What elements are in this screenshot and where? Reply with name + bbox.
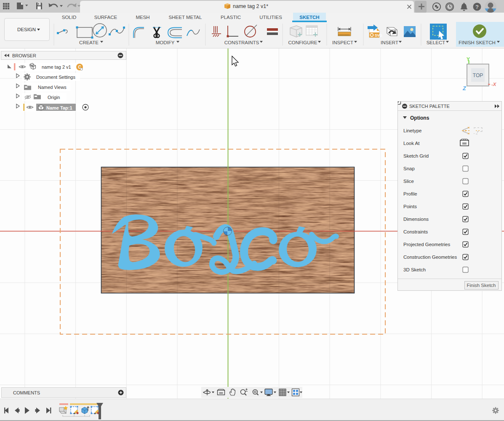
svg-text:SKETCH: SKETCH — [299, 15, 319, 20]
svg-text:Points: Points — [403, 204, 417, 209]
svg-text:Sketch Grid: Sketch Grid — [403, 153, 429, 158]
svg-text:name tag 2 v1: name tag 2 v1 — [42, 64, 71, 70]
svg-text:INSPECT: INSPECT — [332, 40, 353, 45]
svg-text:Named Views: Named Views — [38, 85, 67, 90]
svg-text:Slice: Slice — [403, 179, 414, 184]
svg-text:SKETCH PALETTE: SKETCH PALETTE — [409, 104, 450, 109]
svg-text:PLASTIC: PLASTIC — [221, 15, 241, 20]
svg-text:Dimensions: Dimensions — [403, 217, 429, 222]
svg-text:Name Tap:1: Name Tap:1 — [46, 105, 72, 110]
svg-text:Options: Options — [410, 115, 429, 121]
svg-text:CONSTRAINTS: CONSTRAINTS — [224, 40, 259, 45]
svg-text:Projected Geometries: Projected Geometries — [403, 242, 450, 247]
svg-text:3D Sketch: 3D Sketch — [403, 267, 426, 272]
svg-text:Y: Y — [467, 57, 470, 62]
svg-text:Z: Z — [462, 86, 467, 91]
svg-text:UTILITIES: UTILITIES — [259, 15, 282, 20]
svg-text:DESIGN: DESIGN — [17, 27, 36, 32]
svg-text:SHEET METAL: SHEET METAL — [169, 15, 202, 20]
svg-text:INSERT: INSERT — [381, 40, 398, 45]
svg-text:CONFIGURE: CONFIGURE — [288, 40, 317, 45]
svg-text:CREATE: CREATE — [79, 40, 99, 45]
svg-text:MODIFY: MODIFY — [156, 40, 175, 45]
svg-text:SELECT: SELECT — [427, 40, 445, 45]
svg-text:Document Settings: Document Settings — [36, 75, 75, 80]
svg-text:name tag 2 v1*: name tag 2 v1* — [233, 3, 268, 9]
svg-text:BROWSER: BROWSER — [12, 53, 36, 58]
svg-text:FINISH SKETCH: FINISH SKETCH — [459, 40, 496, 45]
svg-text:Origin: Origin — [48, 95, 60, 100]
svg-text:MESH: MESH — [136, 15, 149, 20]
svg-text:?: ? — [475, 4, 479, 10]
svg-text:Snap: Snap — [403, 166, 415, 171]
svg-text:Constraints: Constraints — [403, 229, 428, 234]
svg-text:Construction Geometries: Construction Geometries — [403, 255, 457, 260]
svg-text:SVG: SVG — [375, 33, 382, 38]
svg-text:Linetype: Linetype — [403, 128, 421, 133]
svg-text:SURFACE: SURFACE — [94, 15, 117, 20]
svg-text:-X: -X — [491, 82, 497, 87]
svg-text:Profile: Profile — [403, 191, 417, 196]
svg-text:TOP: TOP — [473, 72, 483, 78]
svg-text:SOLID: SOLID — [62, 15, 77, 20]
svg-text:Finish Sketch: Finish Sketch — [467, 283, 496, 288]
svg-text:COMMENTS: COMMENTS — [13, 390, 40, 395]
svg-text:Look At: Look At — [403, 141, 420, 146]
